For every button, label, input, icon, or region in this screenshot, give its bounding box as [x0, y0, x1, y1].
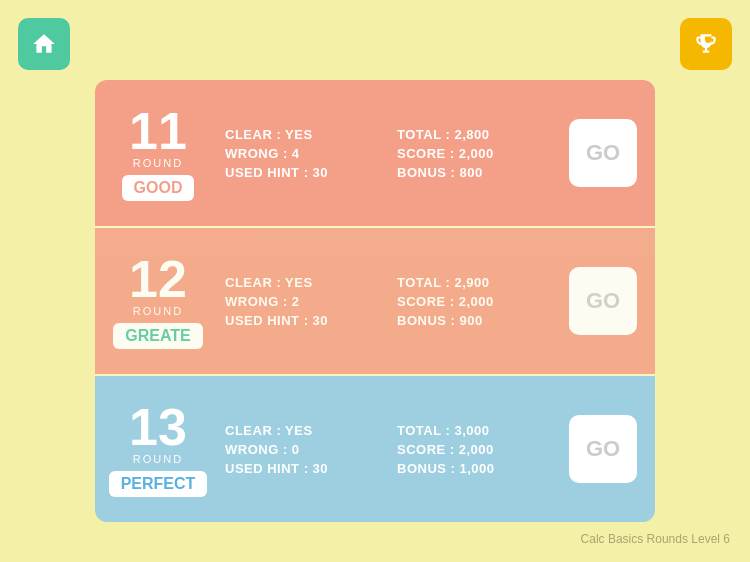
round-row-12: 12 ROUND GREATE CLEAR : YES WRONG : 2 US… [95, 228, 655, 374]
stats-left: CLEAR : YES WRONG : 4 USED HINT : 30 [215, 127, 385, 180]
stat-used-hint: USED HINT : 30 [225, 461, 385, 476]
round-number-block-11: 11 ROUND GOOD [113, 105, 203, 201]
stat-bonus: BONUS : 900 [397, 313, 557, 328]
round-number: 13 [129, 401, 187, 453]
footer-text: Calc Basics Rounds Level 6 [581, 532, 730, 546]
stat-used-hint: USED HINT : 30 [225, 165, 385, 180]
stat-total: TOTAL : 2,800 [397, 127, 557, 142]
stats-right: TOTAL : 2,900 SCORE : 2,000 BONUS : 900 [397, 275, 557, 328]
stats-right: TOTAL : 2,800 SCORE : 2,000 BONUS : 800 [397, 127, 557, 180]
round-number: 12 [129, 253, 187, 305]
stat-score: SCORE : 2,000 [397, 146, 557, 161]
home-button[interactable] [18, 18, 70, 70]
rating-badge: PERFECT [109, 471, 208, 497]
stat-bonus: BONUS : 1,000 [397, 461, 557, 476]
rounds-container: 11 ROUND GOOD CLEAR : YES WRONG : 4 USED… [95, 80, 655, 522]
stat-clear: CLEAR : YES [225, 275, 385, 290]
round-number: 11 [129, 105, 187, 157]
round-row-11: 11 ROUND GOOD CLEAR : YES WRONG : 4 USED… [95, 80, 655, 226]
go-button-11[interactable]: GO [569, 119, 637, 187]
go-button-13[interactable]: GO [569, 415, 637, 483]
stats-left: CLEAR : YES WRONG : 0 USED HINT : 30 [215, 423, 385, 476]
stats-left: CLEAR : YES WRONG : 2 USED HINT : 30 [215, 275, 385, 328]
round-label: ROUND [133, 453, 183, 465]
rating-badge: GREATE [113, 323, 202, 349]
stat-score: SCORE : 2,000 [397, 294, 557, 309]
trophy-icon [693, 31, 719, 57]
rating-badge: GOOD [122, 175, 195, 201]
stat-total: TOTAL : 2,900 [397, 275, 557, 290]
stat-wrong: WRONG : 4 [225, 146, 385, 161]
stat-clear: CLEAR : YES [225, 127, 385, 142]
round-number-block-13: 13 ROUND PERFECT [113, 401, 203, 497]
stat-clear: CLEAR : YES [225, 423, 385, 438]
go-button-12[interactable]: GO [569, 267, 637, 335]
stat-score: SCORE : 2,000 [397, 442, 557, 457]
stats-right: TOTAL : 3,000 SCORE : 2,000 BONUS : 1,00… [397, 423, 557, 476]
stat-wrong: WRONG : 0 [225, 442, 385, 457]
stat-wrong: WRONG : 2 [225, 294, 385, 309]
stat-total: TOTAL : 3,000 [397, 423, 557, 438]
round-number-block-12: 12 ROUND GREATE [113, 253, 203, 349]
stat-used-hint: USED HINT : 30 [225, 313, 385, 328]
stat-bonus: BONUS : 800 [397, 165, 557, 180]
home-icon [31, 31, 57, 57]
round-label: ROUND [133, 305, 183, 317]
trophy-button[interactable] [680, 18, 732, 70]
round-label: ROUND [133, 157, 183, 169]
round-row-13: 13 ROUND PERFECT CLEAR : YES WRONG : 0 U… [95, 376, 655, 522]
